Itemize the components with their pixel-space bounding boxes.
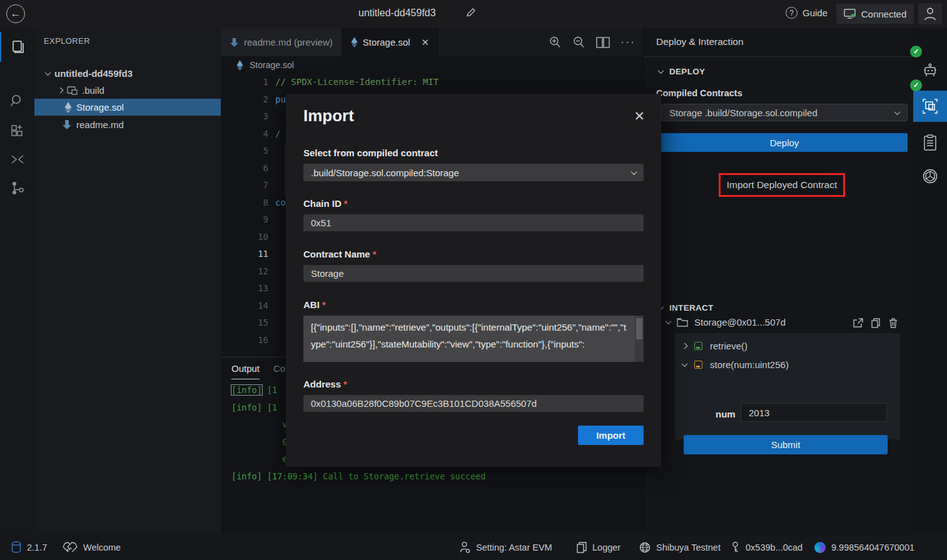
balance-label: 9.998564047670001 <box>831 542 914 552</box>
abi-label: ABI* <box>303 299 326 310</box>
tree-item-label: readme.md <box>76 119 124 130</box>
line-number: 5 <box>246 142 268 160</box>
tree-item-build[interactable]: .build <box>34 82 221 99</box>
compiled-contract-select[interactable]: .build/Storage.sol.compiled:Storage <box>303 164 644 181</box>
welcome-item[interactable]: Welcome <box>63 541 121 553</box>
open-external-icon[interactable] <box>853 318 863 328</box>
write-function-icon <box>694 361 702 369</box>
deploy-interaction-icon[interactable] <box>913 91 947 122</box>
clipboard-icon[interactable] <box>913 127 947 158</box>
contract-functions-panel: retrieve() store(num:uint256) num Submit <box>675 333 900 439</box>
wallet-address-item[interactable]: 0x539b...0cad <box>731 541 803 553</box>
address-input[interactable] <box>303 395 644 412</box>
import-button[interactable]: Import <box>578 426 644 445</box>
openai-icon[interactable] <box>913 161 947 192</box>
setting-item[interactable]: Setting: Astar EVM <box>460 541 552 553</box>
contract-name-input[interactable] <box>303 265 644 282</box>
more-actions-icon[interactable]: ··· <box>620 36 636 49</box>
line-number: 15 <box>246 314 268 332</box>
required-mark: * <box>322 299 326 310</box>
tab-storage-sol[interactable]: Storage.sol ✕ <box>342 28 438 56</box>
deploy-section-label: DEPLOY <box>669 67 705 76</box>
deploy-section-header[interactable]: DEPLOY <box>659 67 705 76</box>
compiled-contracts-dropdown[interactable]: Storage .build/Storage.sol.compiled <box>661 104 908 121</box>
zoom-out-icon[interactable] <box>572 36 585 49</box>
line-number: 1 <box>246 74 268 91</box>
version-item[interactable]: 2.1.7 <box>11 541 47 553</box>
tab-console-partial[interactable]: Co <box>273 363 285 374</box>
dropdown-value: Storage .build/Storage.sol.compiled <box>669 108 818 118</box>
folder-icon <box>677 318 688 327</box>
editor-gutter: 12345678910111213141516 <box>246 74 268 349</box>
right-activity-bar <box>913 28 947 534</box>
line-number: 7 <box>246 177 268 194</box>
ethereum-icon <box>64 102 72 113</box>
copy-icon[interactable] <box>871 318 881 328</box>
zoom-in-icon[interactable] <box>549 36 562 49</box>
import-deployed-contract-link[interactable]: Import Deployed Contract <box>719 173 845 197</box>
line-number: 3 <box>246 108 268 126</box>
interact-section-header[interactable]: INTERACT <box>659 303 714 312</box>
select-compiled-label: Select from compiled contract <box>303 148 438 158</box>
contract-instance-label: Storage@0x01...507d <box>694 317 786 328</box>
title-bar: ← untitled-dd459fd3 ? Guide Connected <box>0 0 947 28</box>
divider <box>644 56 914 57</box>
contract-actions <box>853 318 898 328</box>
function-store-row[interactable]: store(num:uint256) <box>682 359 789 370</box>
function-retrieve-row[interactable]: retrieve() <box>682 341 747 351</box>
tab-output[interactable]: Output <box>231 363 260 379</box>
address-label: Address* <box>303 379 347 389</box>
git-branch-icon[interactable] <box>0 173 34 203</box>
tree-item-storage-sol[interactable]: Storage.sol <box>34 99 221 116</box>
close-modal-icon[interactable]: ✕ <box>634 109 645 124</box>
line-number: 4 <box>246 126 268 143</box>
modal-title: Import <box>303 106 354 126</box>
tab-label: readme.md (preview) <box>244 37 333 48</box>
split-editor-icon[interactable] <box>596 37 610 48</box>
connected-button[interactable]: Connected <box>836 4 914 24</box>
contract-instance-row[interactable]: Storage@0x01...507d <box>666 317 786 328</box>
num-param-label: num <box>716 409 736 419</box>
explorer-sidebar: EXPLORER untitled-dd459fd3 .build Storag… <box>34 28 221 534</box>
deploy-button[interactable]: Deploy <box>661 133 908 152</box>
user-setting-icon <box>460 541 470 553</box>
chevron-down-icon <box>658 68 664 74</box>
chevron-down-icon <box>666 318 672 324</box>
rename-icon[interactable] <box>466 8 476 18</box>
contract-name-label: Contract Name* <box>303 249 377 259</box>
welcome-label: Welcome <box>83 542 121 552</box>
markdown-down-arrow-icon <box>230 38 239 48</box>
extensions-icon[interactable] <box>0 116 34 146</box>
num-param-input[interactable] <box>741 403 887 422</box>
account-button[interactable] <box>918 3 942 24</box>
delete-icon[interactable] <box>889 318 898 328</box>
close-tab-icon[interactable]: ✕ <box>422 37 430 48</box>
balance-item[interactable]: 9.998564047670001 <box>814 542 914 553</box>
tree-root[interactable]: untitled-dd459fd3 <box>34 65 221 82</box>
line-number: 16 <box>246 332 268 349</box>
indent-guide <box>285 145 285 196</box>
globe-icon <box>639 542 651 553</box>
tree-item-readme-md[interactable]: readme.md <box>34 116 221 133</box>
network-label: Shibuya Testnet <box>656 542 721 552</box>
network-item[interactable]: Shibuya Testnet <box>639 542 721 553</box>
abi-textarea[interactable]: [{"inputs":[],"name":"retrieve","outputs… <box>303 316 635 362</box>
submit-button[interactable]: Submit <box>684 435 888 454</box>
wallet-key-icon <box>731 541 740 553</box>
chain-id-input[interactable] <box>303 214 644 231</box>
collapse-icon[interactable] <box>0 144 34 174</box>
handshake-icon <box>63 541 78 553</box>
back-button[interactable]: ← <box>6 4 25 23</box>
wallet-address-label: 0x539b...0cad <box>746 542 803 552</box>
database-icon <box>11 541 21 553</box>
compiled-contracts-label: Compiled Contracts <box>656 88 742 98</box>
files-icon[interactable] <box>0 32 34 62</box>
tab-label: Storage.sol <box>363 37 410 48</box>
abi-scrollbar[interactable] <box>635 316 644 362</box>
logger-item[interactable]: Logger <box>577 542 620 553</box>
guide-button[interactable]: ? Guide <box>786 7 828 19</box>
tab-readme[interactable]: readme.md (preview) <box>221 28 342 56</box>
search-icon[interactable] <box>0 86 34 116</box>
line-number: 2 <box>246 91 268 109</box>
line-number: 13 <box>246 280 268 298</box>
